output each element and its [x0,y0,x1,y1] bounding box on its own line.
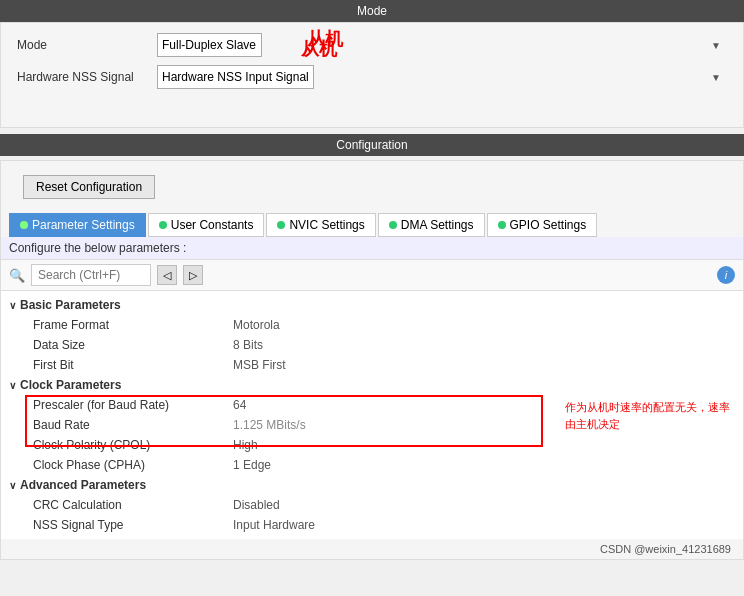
nss-select[interactable]: Hardware NSS Input Signal [157,65,314,89]
baud-rate-name: Baud Rate [33,418,233,432]
mode-header: Mode [0,0,744,22]
config-header: Configuration [0,134,744,156]
cpol-name: Clock Polarity (CPOL) [33,438,233,452]
mode-label: Mode [17,38,157,52]
nss-type-name: NSS Signal Type [33,518,233,532]
mode-select[interactable]: Full-Duplex Slave [157,33,262,57]
config-section: Configuration Reset Configuration Parame… [0,134,744,560]
next-result-button[interactable]: ▷ [183,265,203,285]
advanced-chevron: ∨ [9,480,16,491]
basic-chevron: ∨ [9,300,16,311]
clock-params-group[interactable]: ∨ Clock Parameters [1,375,743,395]
cpha-value: 1 Edge [233,458,271,472]
cpha-name: Clock Phase (CPHA) [33,458,233,472]
nss-row: Hardware NSS Signal Hardware NSS Input S… [17,65,727,89]
tab-dot-nvic [277,221,285,229]
data-size-value: 8 Bits [233,338,263,352]
annotation-slave: 从机 [307,27,343,51]
mode-select-wrapper[interactable]: Full-Duplex Slave [157,33,727,57]
basic-params-group[interactable]: ∨ Basic Parameters [1,295,743,315]
search-icon: 🔍 [9,268,25,283]
tab-label-parameter: Parameter Settings [32,218,135,232]
config-hint: Configure the below parameters : [1,237,743,260]
tabs-bar: Parameter Settings User Constants NVIC S… [1,213,743,237]
mode-row: Mode Full-Duplex Slave [17,33,727,57]
search-input[interactable] [31,264,151,286]
crc-value: Disabled [233,498,280,512]
tab-label-nvic: NVIC Settings [289,218,364,232]
prev-result-button[interactable]: ◁ [157,265,177,285]
clock-chevron: ∨ [9,380,16,391]
search-bar: 🔍 ◁ ▷ i [1,260,743,291]
list-item: Clock Phase (CPHA) 1 Edge [1,455,743,475]
tab-parameter-settings[interactable]: Parameter Settings [9,213,146,237]
tab-dot-user [159,221,167,229]
clock-params-label: Clock Parameters [20,378,121,392]
baud-rate-value: 1.125 MBits/s [233,418,306,432]
prescaler-value: 64 [233,398,246,412]
frame-format-name: Frame Format [33,318,233,332]
info-icon: i [717,266,735,284]
list-item: CRC Calculation Disabled [1,495,743,515]
csdn-badge: CSDN @weixin_41231689 [1,539,743,559]
prescaler-name: Prescaler (for Baud Rate) [33,398,233,412]
tab-dot-gpio [498,221,506,229]
tab-label-gpio: GPIO Settings [510,218,587,232]
nss-select-wrapper[interactable]: Hardware NSS Input Signal [157,65,727,89]
list-item: NSS Signal Type Input Hardware [1,515,743,535]
nss-label: Hardware NSS Signal [17,70,157,84]
tab-nvic-settings[interactable]: NVIC Settings [266,213,375,237]
advanced-params-label: Advanced Parameters [20,478,146,492]
tab-dma-settings[interactable]: DMA Settings [378,213,485,237]
reset-config-button[interactable]: Reset Configuration [23,175,155,199]
first-bit-name: First Bit [33,358,233,372]
tab-dot-dma [389,221,397,229]
list-item: Frame Format Motorola [1,315,743,335]
list-item: First Bit MSB First [1,355,743,375]
clock-annotation: 作为从机时速率的配置无关，速率由主机决定 [565,399,735,432]
basic-params-label: Basic Parameters [20,298,121,312]
list-item: Clock Polarity (CPOL) High [1,435,743,455]
clock-items-wrapper: Prescaler (for Baud Rate) 64 Baud Rate 1… [1,395,743,435]
tab-label-dma: DMA Settings [401,218,474,232]
mode-section: Mode 从机 Mode Full-Duplex Slave Hardware … [0,0,744,128]
data-size-name: Data Size [33,338,233,352]
first-bit-value: MSB First [233,358,286,372]
tab-dot-parameter [20,221,28,229]
crc-name: CRC Calculation [33,498,233,512]
advanced-params-group[interactable]: ∨ Advanced Parameters [1,475,743,495]
tab-label-user: User Constants [171,218,254,232]
params-tree: ∨ Basic Parameters Frame Format Motorola… [1,291,743,539]
frame-format-value: Motorola [233,318,280,332]
params-container: ∨ Basic Parameters Frame Format Motorola… [1,291,743,559]
tab-user-constants[interactable]: User Constants [148,213,265,237]
tab-gpio-settings[interactable]: GPIO Settings [487,213,598,237]
list-item: Data Size 8 Bits [1,335,743,355]
nss-type-value: Input Hardware [233,518,315,532]
cpol-value: High [233,438,258,452]
